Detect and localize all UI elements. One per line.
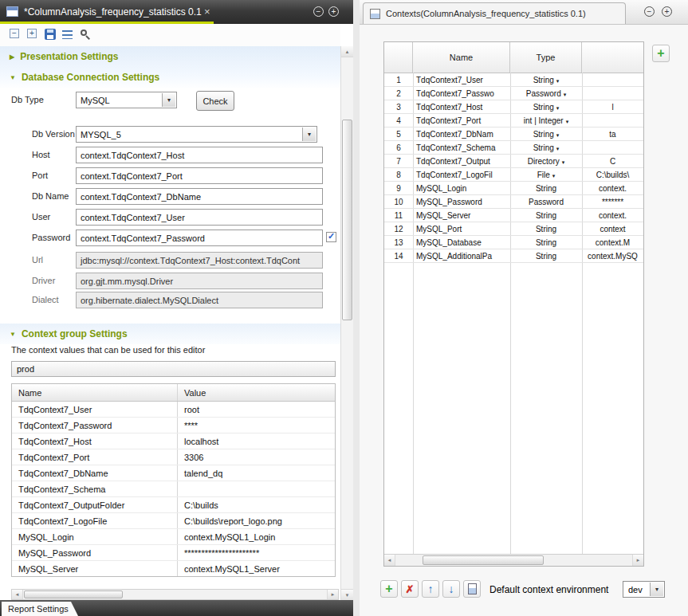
table-row[interactable]: TdqContext7_Port3306 bbox=[12, 449, 335, 465]
default-context-environment-label: Default context environment bbox=[489, 584, 608, 595]
environment-select[interactable]: dev bbox=[623, 581, 665, 598]
table-row[interactable]: MySQL_Password********************** bbox=[12, 545, 335, 561]
type-dropdown-icon bbox=[561, 89, 567, 98]
table-row[interactable]: TdqContext7_Password**** bbox=[12, 418, 335, 434]
dialect-input: org.hibernate.dialect.MySQLDialect bbox=[76, 292, 323, 308]
contexts-icon bbox=[370, 9, 380, 19]
context-row[interactable]: 14MySQL_AdditionalPaStringcontext.MySQ bbox=[384, 249, 643, 263]
vertical-scrollbar[interactable] bbox=[340, 46, 353, 600]
context-row[interactable]: 3TdqContext7_HostStringl bbox=[384, 100, 643, 114]
context-row[interactable]: 6TdqContext7_SchemaString bbox=[384, 141, 643, 155]
table-row[interactable]: MySQL_Logincontext.MySQL1_Login bbox=[12, 529, 335, 545]
context-row[interactable]: 12MySQL_PortStringcontext bbox=[384, 222, 643, 236]
type-dropdown-icon bbox=[560, 157, 565, 166]
editor-tab-close-icon[interactable]: × bbox=[204, 6, 210, 18]
db-type-select[interactable]: MySQL bbox=[76, 92, 177, 108]
editor-title-bar: *ColumnAnalysis_frequency_statistics 0.1… bbox=[0, 0, 353, 24]
add-button[interactable] bbox=[380, 580, 398, 598]
table-row[interactable]: TdqContext7_LogoFileC:\builds\report_log… bbox=[12, 513, 335, 529]
editor-icon bbox=[6, 6, 18, 17]
section-context-group-settings[interactable]: Context group Settings bbox=[0, 325, 340, 343]
delete-button[interactable] bbox=[401, 580, 419, 598]
user-input[interactable]: context.TdqContext7_User bbox=[76, 209, 323, 226]
chevron-down-icon bbox=[302, 128, 316, 141]
host-input[interactable]: context.TdqContext7_Host bbox=[76, 147, 323, 163]
move-down-button[interactable] bbox=[442, 580, 460, 598]
scrollbar-thumb[interactable] bbox=[423, 555, 544, 565]
section-label: Presentation Settings bbox=[20, 51, 118, 62]
port-label: Port bbox=[32, 171, 48, 180]
password-input[interactable]: context.TdqContext7_Password bbox=[76, 230, 323, 246]
dialect-label: Dialect bbox=[32, 295, 59, 304]
zoom-icon[interactable] bbox=[80, 29, 93, 41]
editor-tab-title: *ColumnAnalysis_frequency_statistics 0.1 bbox=[24, 6, 202, 18]
analysis-editor-panel: *ColumnAnalysis_frequency_statistics 0.1… bbox=[0, 0, 353, 616]
scrollbar-thumb[interactable] bbox=[24, 590, 123, 598]
collapse-all-icon[interactable]: − bbox=[10, 29, 23, 41]
maximize-icon[interactable]: + bbox=[662, 6, 672, 17]
context-group-description: The context values that can be used for … bbox=[11, 345, 205, 355]
dbname-input[interactable]: context.TdqContext7_DbName bbox=[76, 188, 323, 205]
context-row[interactable]: 13MySQL_DatabaseStringcontext.M bbox=[384, 236, 643, 249]
table-row[interactable]: TdqContext7_Hostlocalhost bbox=[12, 434, 335, 449]
type-dropdown-icon bbox=[550, 171, 556, 179]
context-group-select[interactable]: prod bbox=[11, 361, 336, 377]
horizontal-scrollbar[interactable] bbox=[384, 554, 643, 566]
table-row[interactable]: TdqContext7_DbNametalend_dq bbox=[12, 465, 335, 481]
name-column-header: Name bbox=[12, 384, 178, 401]
context-row[interactable]: 2TdqContext7_PasswoPassword bbox=[384, 87, 643, 100]
context-row[interactable]: 4TdqContext7_Portint | Integer bbox=[384, 114, 643, 128]
context-row[interactable]: 10MySQL_PasswordPassword******* bbox=[384, 195, 643, 209]
context-row[interactable]: 9MySQL_LoginStringcontext. bbox=[384, 182, 643, 195]
db-type-label: Db Type bbox=[11, 95, 44, 104]
context-row[interactable]: 11MySQL_ServerStringcontext. bbox=[384, 209, 643, 222]
context-row[interactable]: 1TdqContext7_UserString bbox=[384, 73, 643, 87]
move-up-button[interactable] bbox=[422, 580, 439, 598]
check-connection-button[interactable]: Check bbox=[196, 91, 234, 111]
minimize-icon[interactable]: − bbox=[644, 6, 655, 17]
table-row[interactable]: TdqContext7_Schema bbox=[12, 481, 335, 497]
generate-report-icon[interactable] bbox=[62, 29, 76, 41]
copy-context-button[interactable] bbox=[463, 580, 481, 598]
chevron-down-icon bbox=[162, 93, 175, 107]
section-presentation-settings[interactable]: Presentation Settings bbox=[0, 48, 340, 65]
table-header-row: Name Type bbox=[384, 42, 643, 73]
table-row[interactable]: TdqContext7_Userroot bbox=[12, 402, 335, 418]
section-expanded-icon bbox=[10, 331, 16, 338]
driver-label: Driver bbox=[32, 276, 55, 285]
db-version-select[interactable]: MYSQL_5 bbox=[76, 126, 317, 143]
type-column-header: Type bbox=[510, 42, 582, 73]
tab-contexts[interactable]: Contexts(ColumnAnalysis_frequency_statis… bbox=[363, 2, 626, 24]
context-row[interactable]: 5TdqContext7_DbNamStringta bbox=[384, 128, 643, 141]
scroll-right-icon[interactable] bbox=[327, 590, 338, 599]
scrollbar-thumb[interactable] bbox=[342, 120, 352, 320]
name-column-header: Name bbox=[413, 42, 510, 73]
value-column-header bbox=[582, 42, 643, 73]
scroll-down-icon[interactable] bbox=[341, 589, 353, 600]
context-row[interactable]: 8TdqContext7_LogoFilFileC:\builds\ bbox=[384, 168, 643, 182]
section-database-connection-settings[interactable]: Database Connection Settings bbox=[0, 69, 340, 86]
type-dropdown-icon bbox=[554, 143, 560, 152]
table-row[interactable]: MySQL_Servercontext.MySQL1_Server bbox=[12, 561, 335, 576]
contexts-table: Name Type 1TdqContext7_UserString 2TdqCo… bbox=[383, 41, 644, 567]
save-icon[interactable] bbox=[45, 29, 58, 41]
section-expanded-icon bbox=[10, 74, 16, 81]
horizontal-scrollbar[interactable] bbox=[11, 589, 339, 600]
maximize-icon[interactable]: + bbox=[328, 6, 339, 17]
context-row[interactable]: 7TdqContext7_OutputDirectoryC bbox=[384, 155, 643, 168]
add-context-variable-button[interactable] bbox=[652, 45, 670, 62]
table-row[interactable]: TdqContext7_OutputFolderC:\builds bbox=[12, 497, 335, 513]
tab-report-settings[interactable]: Report Settings bbox=[2, 602, 78, 616]
expand-all-icon[interactable]: + bbox=[27, 29, 41, 41]
scroll-right-icon[interactable] bbox=[632, 555, 643, 566]
minimize-icon[interactable]: − bbox=[313, 6, 324, 17]
scroll-up-icon[interactable] bbox=[341, 46, 353, 57]
port-input[interactable]: context.TdqContext7_Port bbox=[76, 167, 323, 184]
contexts-tab-title: Contexts(ColumnAnalysis_frequency_statis… bbox=[386, 9, 586, 18]
context-page-icon bbox=[468, 583, 477, 594]
dbname-label: Db Name bbox=[32, 191, 69, 201]
type-dropdown-icon bbox=[564, 116, 569, 125]
scroll-left-icon[interactable] bbox=[12, 590, 23, 599]
password-checkbox[interactable] bbox=[326, 232, 336, 242]
scroll-left-icon[interactable] bbox=[384, 555, 395, 566]
